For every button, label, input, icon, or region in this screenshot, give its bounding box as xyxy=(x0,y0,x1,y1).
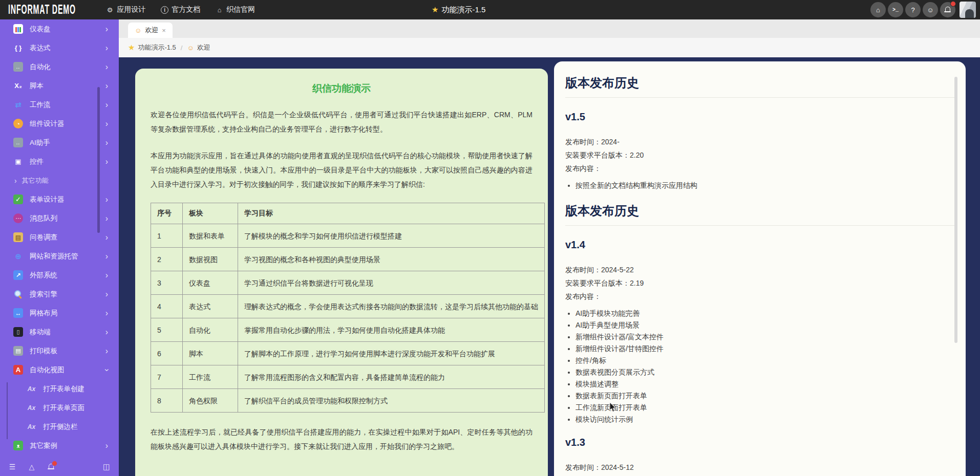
release-content: 版本发布历史v1.5发布时间：2024-安装要求平台版本：2.20发布内容：按照… xyxy=(565,75,952,476)
sidebar-item-自动化[interactable]: ‥自动化› xyxy=(0,57,119,76)
info-icon: i xyxy=(161,6,168,14)
table-cell: 学习通过织信平台将数据进行可视化呈现 xyxy=(238,271,545,295)
table-row: 3仪表盘学习通过织信平台将数据进行可视化呈现 xyxy=(151,271,545,295)
sidebar-item-表单设计器[interactable]: ✓表单设计器› xyxy=(0,190,119,209)
help-button[interactable]: ? xyxy=(905,2,921,17)
release-note-item: AI助手模块功能完善 xyxy=(576,309,952,317)
sidebar-scrollbar[interactable] xyxy=(97,87,100,233)
sidebar-item-仪表盘[interactable]: 仪表盘› xyxy=(0,19,119,38)
close-icon[interactable]: × xyxy=(162,27,166,34)
table-cell: 2 xyxy=(151,248,183,271)
table-header: 学习目标 xyxy=(238,203,545,224)
menu-official-docs[interactable]: i 官方文档 xyxy=(161,5,200,14)
assistant-icon: ☺ xyxy=(927,6,933,14)
sidebar-item-移动端[interactable]: ▯移动端› xyxy=(0,322,119,341)
sidebar-item-label: 表单设计器 xyxy=(30,195,65,204)
sidebar-item-搜索引擎[interactable]: 搜索引擎› xyxy=(0,285,119,304)
breadcrumb-app[interactable]: ★ 功能演示-1.5 xyxy=(128,43,176,52)
sidebar-item-网站和资源托管[interactable]: ⊕网站和资源托管› xyxy=(0,247,119,266)
sidebar-item-label: 工作流 xyxy=(30,100,51,110)
sidebar-item-AI助手[interactable]: ‥AI助手› xyxy=(0,133,119,152)
triangle-icon[interactable]: △ xyxy=(28,463,36,471)
sidebar-item-表达式[interactable]: { }表达式› xyxy=(0,38,119,57)
version-heading: v1.3 xyxy=(565,437,952,448)
sidebar-item-打开表单创建[interactable]: Ax打开表单创建 xyxy=(0,379,119,398)
table-cell: 仪表盘 xyxy=(183,271,238,295)
welcome-panel: 织信功能演示 欢迎各位使用织信低代码平台。织信是一个企业级低代码平台，使用者可通… xyxy=(135,69,548,476)
sidebar-item-label: 控件 xyxy=(30,157,44,166)
table-cell: 了解脚本的工作原理，进行学习如何使用脚本进行深度功能开发和平台功能扩展 xyxy=(238,342,545,365)
collapse-panel-icon[interactable]: ◫ xyxy=(102,463,111,471)
version-meta: 发布时间：2024-安装要求平台版本：2.20发布内容： xyxy=(565,135,952,175)
home-icon: ⌂ xyxy=(216,6,223,14)
learning-table: 序号板块学习目标 1数据和表单了解模块的概念和学习如何使用织信进行模型搭建2数据… xyxy=(151,203,545,413)
sidebar-item-其它案例[interactable]: ᴥ其它案例› xyxy=(0,436,119,455)
chevron-right-icon: › xyxy=(105,252,108,261)
table-cell: 3 xyxy=(151,271,183,295)
table-cell: 5 xyxy=(151,318,183,342)
sidebar-item-脚本[interactable]: X₂脚本› xyxy=(0,76,119,95)
table-cell: 4 xyxy=(151,295,183,318)
notifications-button[interactable] xyxy=(940,2,955,17)
tab-welcome[interactable]: ☺ 欢迎 × xyxy=(128,23,173,38)
other-cases-icon: ᴥ xyxy=(13,441,23,450)
main-area: ☺ 欢迎 × ★ 功能演示-1.5 / ☺ 欢迎 织信功能演示 欢迎各位使用织信… xyxy=(119,19,980,476)
welcome-paragraph-3: 在按上述流程学习后，就已经具备了使用织信平台搭建应用的能力，在实操过程中如果对于… xyxy=(151,425,532,453)
sidebar-item-组件设计器[interactable]: ◔组件设计器› xyxy=(0,114,119,133)
sidebar-item-label: 移动端 xyxy=(30,328,51,337)
home-button[interactable]: ⌂ xyxy=(870,2,886,17)
sidebar-item-打印模板[interactable]: ▤打印模板› xyxy=(0,341,119,360)
chevron-right-icon: › xyxy=(105,158,108,166)
gear-icon: ⚙ xyxy=(106,6,114,14)
menu-official-site[interactable]: ⌂ 织信官网 xyxy=(216,5,255,14)
menu-app-design[interactable]: ⚙ 应用设计 xyxy=(106,5,145,14)
table-cell: 了解模块的概念和学习如何使用织信进行模型搭建 xyxy=(238,224,545,248)
user-avatar[interactable] xyxy=(960,2,976,18)
sidebar-item-工作流[interactable]: ⇄工作流› xyxy=(0,95,119,114)
release-note-item: 工作流新页面打开表单 xyxy=(576,403,952,412)
app-logo: INFORMAT DEMO xyxy=(8,2,76,17)
star-icon: ★ xyxy=(128,43,135,52)
table-cell: 数据和表单 xyxy=(183,224,238,248)
sidebar-item-打开侧边栏[interactable]: Ax打开侧边栏 xyxy=(0,417,119,436)
sidebar-item-label: 网格布局 xyxy=(30,309,57,318)
table-cell: 角色权限 xyxy=(183,389,238,413)
sidebar-group-label[interactable]: ›其它功能 xyxy=(0,171,119,190)
sidebar-item-网格布局[interactable]: ↔网格布局› xyxy=(0,304,119,322)
version-meta-line: 发布时间：2024-5-12 xyxy=(565,461,952,474)
automation-sub-icon: Ax xyxy=(27,384,36,394)
release-notes-list: 按照全新的文档结构重构演示应用结构 xyxy=(565,181,952,189)
chevron-right-icon: › xyxy=(105,214,108,223)
sidebar-item-label: 搜索引擎 xyxy=(30,290,57,299)
sidebar-item-label: 消息队列 xyxy=(30,214,57,223)
sidebar-item-控件[interactable]: ▣控件› xyxy=(0,152,119,171)
sidebar-item-label: 问卷调查 xyxy=(30,233,57,242)
topbar-menu: ⚙ 应用设计 i 官方文档 ⌂ 织信官网 xyxy=(106,5,255,14)
sidebar-item-label: 打开表单创建 xyxy=(43,384,84,394)
bell-icon[interactable] xyxy=(47,463,55,471)
sidebar-item-label: 打开侧边栏 xyxy=(43,422,78,431)
version-meta: 发布时间：2024-5-12安装要求平台版本：2.19 xyxy=(565,461,952,476)
version-meta-line: 发布内容： xyxy=(565,290,952,303)
sidebar-item-自动化视图[interactable]: A自动化视图› xyxy=(0,360,119,379)
release-note-item: 数据表新页面打开表单 xyxy=(576,392,952,400)
table-header: 板块 xyxy=(183,203,238,224)
release-note-item: 数据表视图分页展示方式 xyxy=(576,368,952,376)
breadcrumb-page[interactable]: ☺ 欢迎 xyxy=(187,43,210,52)
assistant-button[interactable]: ☺ xyxy=(923,2,938,17)
release-scrollbar[interactable] xyxy=(954,77,957,343)
tab-bar: ☺ 欢迎 × xyxy=(119,19,980,38)
chevron-right-icon: › xyxy=(105,139,108,147)
sidebar-item-外部系统[interactable]: ↗外部系统› xyxy=(0,266,119,285)
console-button[interactable]: >_ xyxy=(888,2,903,17)
sidebar-item-label: 自动化 xyxy=(30,62,51,72)
table-row: 2数据视图学习视图的概念和各种视图的典型使用场景 xyxy=(151,248,545,271)
grid-layout-icon: ↔ xyxy=(13,308,23,318)
sidebar-item-打开表单页面[interactable]: Ax打开表单页面 xyxy=(0,398,119,417)
app-window: INFORMAT DEMO ⚙ 应用设计 i 官方文档 ⌂ 织信官网 ★ 功能演… xyxy=(0,0,980,476)
sidebar-item-消息队列[interactable]: ⋯消息队列› xyxy=(0,209,119,228)
console-icon: >_ xyxy=(892,7,899,13)
sidebar-item-label: 其它案例 xyxy=(30,441,57,450)
menu-icon[interactable]: ☰ xyxy=(8,463,16,471)
sidebar-item-问卷调查[interactable]: ▤问卷调查› xyxy=(0,228,119,247)
